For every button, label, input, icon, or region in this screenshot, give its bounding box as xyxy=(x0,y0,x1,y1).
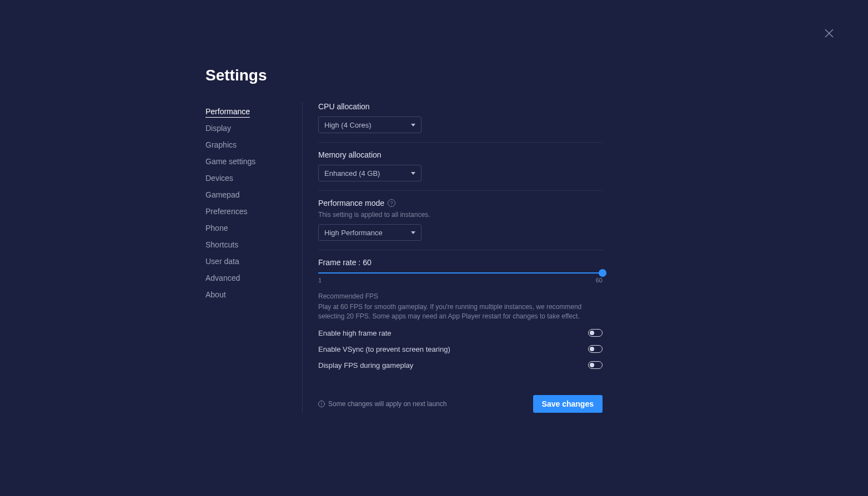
sidebar-item-preferences[interactable]: Preferences xyxy=(205,203,302,220)
sidebar: Performance Display Graphics Game settin… xyxy=(205,102,303,413)
slider-range-labels: 1 60 xyxy=(318,277,603,284)
sidebar-item-label: Performance xyxy=(205,107,250,118)
close-icon xyxy=(824,28,835,39)
sidebar-item-label: Phone xyxy=(205,224,228,232)
section-memory: Memory allocation Enhanced (4 GB) xyxy=(318,150,603,191)
close-button[interactable] xyxy=(824,28,835,39)
sidebar-item-label: Graphics xyxy=(205,140,237,149)
toggle-label: Enable VSync (to prevent screen tearing) xyxy=(318,345,450,353)
cpu-label: CPU allocation xyxy=(318,102,603,111)
toggle-label: Display FPS during gameplay xyxy=(318,361,413,370)
section-cpu: CPU allocation High (4 Cores) xyxy=(318,102,603,143)
sidebar-item-label: Display xyxy=(205,124,231,133)
cpu-dropdown[interactable]: High (4 Cores) xyxy=(318,117,422,133)
perf-mode-dropdown-value: High Performance xyxy=(324,229,383,237)
footer-note-text: Some changes will apply on next launch xyxy=(328,400,446,408)
sidebar-item-about[interactable]: About xyxy=(205,286,302,303)
sidebar-item-shortcuts[interactable]: Shortcuts xyxy=(205,236,302,253)
perf-mode-label-text: Performance mode xyxy=(318,199,384,207)
sidebar-item-performance[interactable]: Performance xyxy=(205,103,302,120)
sidebar-item-advanced[interactable]: Advanced xyxy=(205,270,302,286)
frame-rate-label: Frame rate : 60 xyxy=(318,258,603,267)
toggle-high-frame-rate[interactable] xyxy=(588,329,603,337)
memory-label: Memory allocation xyxy=(318,150,603,159)
recommended-fps-text: Play at 60 FPS for smooth gameplay. If y… xyxy=(318,302,603,321)
memory-dropdown[interactable]: Enhanced (4 GB) xyxy=(318,165,422,181)
perf-mode-dropdown[interactable]: High Performance xyxy=(318,224,422,241)
slider-min: 1 xyxy=(318,277,322,284)
toggle-display-fps[interactable] xyxy=(588,361,603,369)
toggle-knob xyxy=(590,347,594,351)
frame-rate-slider[interactable]: 1 60 xyxy=(318,272,603,284)
chevron-down-icon xyxy=(411,172,415,175)
page-title: Settings xyxy=(205,67,603,84)
sidebar-item-gamepad[interactable]: Gamepad xyxy=(205,186,302,203)
sidebar-item-label: Advanced xyxy=(205,274,240,282)
sidebar-item-label: Preferences xyxy=(205,207,247,216)
toggle-row-display-fps: Display FPS during gameplay xyxy=(318,361,603,370)
slider-max: 60 xyxy=(596,277,603,284)
sidebar-item-graphics[interactable]: Graphics xyxy=(205,136,302,153)
footer-note: i Some changes will apply on next launch xyxy=(318,400,446,408)
sidebar-item-display[interactable]: Display xyxy=(205,120,302,136)
toggle-knob xyxy=(590,363,594,367)
recommended-fps-title: Recommended FPS xyxy=(318,292,603,300)
info-icon: i xyxy=(318,401,325,407)
sidebar-item-label: Devices xyxy=(205,174,233,183)
toggle-label: Enable high frame rate xyxy=(318,329,392,337)
section-perf-mode: Performance mode ? This setting is appli… xyxy=(318,199,603,250)
sidebar-item-user-data[interactable]: User data xyxy=(205,253,302,270)
sidebar-item-game-settings[interactable]: Game settings xyxy=(205,153,302,170)
slider-thumb[interactable] xyxy=(599,269,606,277)
content-panel: CPU allocation High (4 Cores) Memory all… xyxy=(303,102,603,413)
perf-mode-sub: This setting is applied to all instances… xyxy=(318,211,603,219)
toggle-row-high-frame-rate: Enable high frame rate xyxy=(318,329,603,337)
save-changes-button[interactable]: Save changes xyxy=(533,395,603,413)
perf-mode-label: Performance mode ? xyxy=(318,199,603,207)
slider-track xyxy=(318,272,603,274)
toggle-knob xyxy=(590,331,594,335)
cpu-dropdown-value: High (4 Cores) xyxy=(324,121,372,129)
sidebar-item-label: Shortcuts xyxy=(205,240,238,249)
chevron-down-icon xyxy=(411,124,415,126)
section-frame-rate: Frame rate : 60 1 60 Recommended FPS Pla… xyxy=(318,258,603,378)
sidebar-item-phone[interactable]: Phone xyxy=(205,220,302,236)
sidebar-item-label: About xyxy=(205,290,226,299)
sidebar-item-label: Gamepad xyxy=(205,190,239,199)
toggle-vsync[interactable] xyxy=(588,345,603,353)
chevron-down-icon xyxy=(411,231,415,234)
help-icon[interactable]: ? xyxy=(388,199,395,207)
sidebar-item-label: Game settings xyxy=(205,157,255,166)
toggle-row-vsync: Enable VSync (to prevent screen tearing) xyxy=(318,345,603,353)
sidebar-item-devices[interactable]: Devices xyxy=(205,170,302,186)
sidebar-item-label: User data xyxy=(205,257,239,266)
memory-dropdown-value: Enhanced (4 GB) xyxy=(324,169,380,178)
footer: i Some changes will apply on next launch… xyxy=(318,395,603,413)
